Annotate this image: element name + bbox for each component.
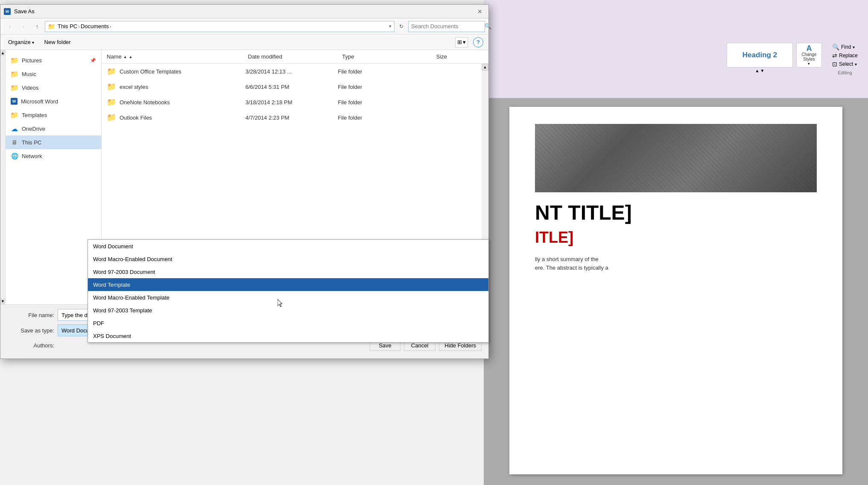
file-item-3[interactable]: 📁 Outlook Files 4/7/2014 2:23 PM File fo… bbox=[102, 110, 482, 125]
sidebar-onedrive-label: OneDrive bbox=[22, 126, 45, 132]
file-date-1: 6/6/2014 5:31 PM bbox=[245, 84, 338, 90]
search-icon: 🔍 bbox=[485, 23, 491, 29]
select-button[interactable]: ⊡ Select ▾ bbox=[830, 60, 859, 68]
nav-forward-button[interactable]: › bbox=[18, 21, 29, 32]
replace-button[interactable]: ⇄ Replace bbox=[830, 51, 859, 60]
file-item-1[interactable]: 📁 excel styles 6/6/2014 5:31 PM File fol… bbox=[102, 79, 482, 94]
folder-icon-2: 📁 bbox=[107, 97, 116, 107]
folder-icon-0: 📁 bbox=[107, 67, 116, 76]
savetype-label: Save as type: bbox=[7, 327, 54, 334]
scrollbar-up-button[interactable]: ▲ bbox=[482, 64, 488, 71]
document-image bbox=[535, 124, 817, 192]
dropdown-option-5[interactable]: Word 97-2003 Template bbox=[88, 304, 488, 317]
authors-label: Authors: bbox=[7, 342, 54, 349]
col-header-size[interactable]: Size bbox=[436, 53, 483, 60]
templates-icon: 📁 bbox=[11, 111, 18, 119]
document-title-line1: NT TITLE] bbox=[535, 201, 817, 224]
sidebar-item-msword[interactable]: W Microsoft Word bbox=[6, 94, 101, 108]
sidebar-item-thispc[interactable]: 🖥 This PC bbox=[6, 135, 101, 149]
file-date-0: 3/28/2014 12:13 ... bbox=[245, 68, 338, 75]
folder-icon-3: 📁 bbox=[107, 113, 116, 122]
breadcrumb-sep2: › bbox=[110, 24, 111, 29]
sidebar-scroll: ▲ ▼ bbox=[0, 50, 6, 304]
aabbcc-display: A bbox=[806, 44, 812, 52]
msword-icon: W bbox=[11, 98, 18, 105]
dialog-close-button[interactable]: ✕ bbox=[475, 6, 485, 17]
file-item-0[interactable]: 📁 Custom Office Templates 3/28/2014 12:1… bbox=[102, 64, 482, 79]
sidebar-network-label: Network bbox=[22, 153, 42, 159]
heading2-scroll-down[interactable]: ▼ bbox=[760, 68, 764, 73]
search-input[interactable] bbox=[411, 23, 483, 29]
new-folder-button[interactable]: New folder bbox=[42, 38, 73, 46]
change-styles-label: Change Styles bbox=[797, 52, 821, 62]
dropdown-option-2[interactable]: Word 97-2003 Document bbox=[88, 265, 488, 278]
nav-up-button[interactable]: ↑ bbox=[31, 21, 43, 32]
dialog-title: Save As bbox=[14, 8, 471, 15]
breadcrumb-sep1: › bbox=[78, 24, 80, 29]
sidebar-templates-label: Templates bbox=[22, 112, 47, 118]
sidebar-scroll-down[interactable]: ▼ bbox=[0, 298, 5, 304]
organize-button[interactable]: Organize bbox=[6, 38, 37, 46]
pin-icon: 📌 bbox=[90, 58, 96, 63]
document-body: lly a short summary of the ere. The abst… bbox=[535, 255, 817, 272]
editing-label: Editing bbox=[830, 70, 859, 75]
file-name-0: Custom Office Templates bbox=[120, 68, 181, 75]
dropdown-option-0[interactable]: Word Document bbox=[88, 240, 488, 253]
file-date-3: 4/7/2014 2:23 PM bbox=[245, 115, 338, 121]
breadcrumb-documents[interactable]: Documents bbox=[81, 23, 109, 29]
sidebar-scroll-up[interactable]: ▲ bbox=[0, 50, 5, 56]
find-button[interactable]: 🔍 Find ▾ bbox=[830, 43, 859, 51]
col-header-type[interactable]: Type bbox=[342, 53, 436, 60]
sidebar-videos-label: Videos bbox=[22, 85, 39, 91]
file-item-2[interactable]: 📁 OneNote Notebooks 3/18/2014 2:18 PM Fi… bbox=[102, 94, 482, 110]
sidebar-pictures-label: Pictures bbox=[22, 57, 42, 64]
dropdown-option-4[interactable]: Word Macro-Enabled Template bbox=[88, 291, 488, 304]
sidebar-music-label: Music bbox=[22, 71, 36, 77]
ribbon-styles-section: Heading 2 ▲ ▼ A Change Styles ▾ 🔍 Find ▾ bbox=[727, 38, 859, 75]
document-content: NT TITLE] ITLE] lly a short summary of t… bbox=[509, 107, 842, 474]
view-icon: ⊞ bbox=[457, 39, 462, 45]
pictures-icon: 📁 bbox=[11, 56, 18, 64]
sidebar-item-network[interactable]: 🌐 Network bbox=[6, 149, 101, 163]
sidebar-item-onedrive[interactable]: ☁ OneDrive bbox=[6, 122, 101, 135]
dropdown-option-7[interactable]: XPS Document bbox=[88, 329, 488, 342]
view-button[interactable]: ⊞ ▾ bbox=[455, 37, 468, 47]
file-name-3: Outlook Files bbox=[120, 115, 152, 121]
sidebar-item-music[interactable]: 📁 Music bbox=[6, 67, 101, 81]
col-header-date[interactable]: Date modified bbox=[248, 53, 342, 60]
file-type-1: File folder bbox=[338, 84, 430, 90]
dropdown-option-3[interactable]: Word Template bbox=[88, 278, 488, 291]
dialog-titlebar: W Save As ✕ bbox=[0, 5, 488, 18]
dialog-toolbar: ‹ › ↑ 📁 This PC › Documents › ▾ ↻ 🔍 bbox=[0, 18, 488, 35]
breadcrumb-thispc[interactable]: This PC bbox=[58, 23, 77, 29]
address-dropdown-arrow[interactable]: ▾ bbox=[389, 24, 392, 29]
file-type-2: File folder bbox=[338, 99, 430, 106]
help-button[interactable]: ? bbox=[473, 37, 483, 47]
savetype-dropdown-menu: Word Document Word Macro-Enabled Documen… bbox=[88, 239, 489, 343]
folder-icon-1: 📁 bbox=[107, 82, 116, 91]
music-icon: 📁 bbox=[11, 70, 18, 78]
dialog-action-bar: Organize New folder ⊞ ▾ ? bbox=[0, 35, 488, 50]
videos-icon: 📁 bbox=[11, 84, 18, 91]
filename-label: File name: bbox=[7, 312, 54, 318]
file-type-3: File folder bbox=[338, 115, 430, 121]
document-title-line2: ITLE] bbox=[535, 229, 817, 247]
file-type-0: File folder bbox=[338, 68, 430, 75]
file-name-2: OneNote Notebooks bbox=[120, 99, 170, 106]
dropdown-option-1[interactable]: Word Macro-Enabled Document bbox=[88, 253, 488, 265]
dropdown-option-6[interactable]: PDF bbox=[88, 317, 488, 329]
refresh-button[interactable]: ↻ bbox=[396, 21, 406, 32]
col-header-name[interactable]: Name ▲ bbox=[107, 53, 248, 60]
sidebar-item-pictures[interactable]: 📁 Pictures 📌 bbox=[6, 53, 101, 67]
heading2-scroll-up[interactable]: ▲ bbox=[755, 68, 760, 73]
nav-back-button[interactable]: ‹ bbox=[4, 21, 16, 32]
sidebar-item-videos[interactable]: 📁 Videos bbox=[6, 81, 101, 94]
sidebar-msword-label: Microsoft Word bbox=[21, 98, 58, 105]
ribbon-area: Heading 2 ▲ ▼ A Change Styles ▾ 🔍 Find ▾ bbox=[484, 0, 868, 98]
breadcrumb: This PC › Documents › bbox=[58, 23, 386, 29]
heading2-style[interactable]: Heading 2 bbox=[742, 51, 777, 59]
change-styles-button[interactable]: A Change Styles ▾ bbox=[796, 43, 822, 68]
word-title-icon: W bbox=[4, 8, 11, 15]
sidebar-item-templates[interactable]: 📁 Templates bbox=[6, 108, 101, 122]
location-icon: 📁 bbox=[48, 23, 55, 30]
